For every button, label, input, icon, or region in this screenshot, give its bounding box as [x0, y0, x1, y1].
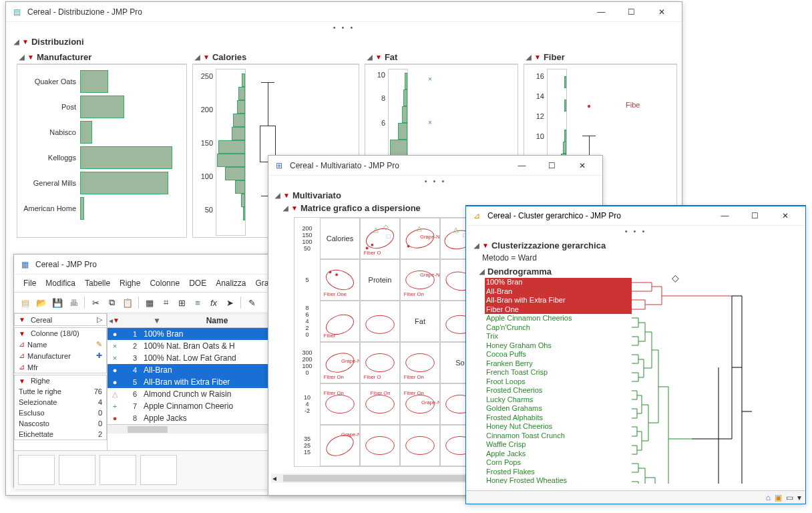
tool-edit-icon[interactable]: ✎	[244, 295, 259, 310]
table-row[interactable]: △6Almond Crunch w Raisin	[108, 388, 270, 400]
thumb-distribution[interactable]	[59, 455, 95, 485]
tool-save-icon[interactable]: 💾	[50, 295, 65, 310]
home-icon[interactable]: ⌂	[766, 493, 771, 502]
dendro-item[interactable]: Cocoa Puffs	[485, 350, 632, 359]
hotspot-icon[interactable]: ▼	[27, 53, 34, 61]
dendro-item[interactable]: Froot Loops	[485, 377, 632, 387]
close-button[interactable]: ✕	[770, 206, 800, 225]
disclosure-icon[interactable]: ◢	[14, 38, 19, 45]
table-row[interactable]: ●5All-Bran with Extra Fiber	[108, 376, 270, 388]
thumb-cluster[interactable]	[99, 455, 136, 485]
hotspot-icon[interactable]: ▼	[113, 317, 121, 324]
thumb-datatable[interactable]	[18, 455, 55, 485]
hotspot-icon[interactable]: ▼	[283, 192, 290, 199]
disclosure-icon[interactable]: ◢	[195, 53, 200, 61]
col-item[interactable]: ⊿Manufacturer✚	[15, 350, 106, 361]
dendro-item[interactable]: All-Bran with Extra Fiber	[485, 296, 632, 305]
hotspot-icon[interactable]: ▼	[375, 53, 382, 61]
dendro-item[interactable]: Honey Frosted Wheaties	[485, 476, 632, 484]
hotspot-icon[interactable]: ▼	[291, 204, 298, 212]
dendro-item[interactable]: Frosted Alphabits	[485, 413, 632, 423]
maximize-button[interactable]: ☐	[616, 3, 646, 21]
dendro-item[interactable]: Corn Pops	[485, 458, 632, 468]
close-button[interactable]: ✕	[567, 156, 597, 175]
menu-file[interactable]: File	[19, 277, 40, 289]
dendro-item[interactable]: Waffle Crisp	[485, 440, 632, 450]
hotspot-icon[interactable]: ▼	[203, 53, 210, 61]
toolbar-options-icon[interactable]: • • •	[6, 22, 682, 33]
dendro-item[interactable]: Apple Cinnamon Cheerios	[485, 314, 632, 323]
tool-print-icon[interactable]: 🖶	[66, 295, 81, 310]
minimize-button[interactable]: —	[507, 156, 537, 175]
panel-cereal[interactable]: ▼Cereal▷	[15, 314, 106, 325]
tool-grid-icon[interactable]: ⊞	[174, 295, 189, 310]
dendro-item[interactable]: French Toast Crisp	[485, 368, 632, 377]
table-row[interactable]: +7Apple Cinnamon Cheerio	[108, 400, 270, 412]
dendro-item[interactable]: Trix	[485, 332, 632, 341]
menu-tabelle[interactable]: Tabelle	[81, 277, 114, 289]
titlebar-distribuzione[interactable]: ▤ Cereal - Distribuzione - JMP Pro — ☐ ✕	[6, 2, 682, 22]
tool-table-icon[interactable]: ▦	[142, 295, 157, 310]
column-header-name[interactable]: Name	[164, 316, 268, 325]
disclosure-icon[interactable]: ◢	[275, 192, 280, 199]
dendro-item[interactable]: Franken Berry	[485, 359, 632, 369]
tool-calc-icon[interactable]: ⌗	[158, 295, 173, 310]
dendro-item[interactable]: Apple Jacks	[485, 450, 632, 459]
titlebar-cluster[interactable]: ⊿ Cereal - Cluster gerarchico - JMP Pro …	[466, 206, 805, 226]
horizontal-scrollbar[interactable]	[108, 424, 270, 434]
tool-new-icon[interactable]: ▤	[18, 295, 33, 310]
export-icon[interactable]: ▣	[775, 493, 782, 502]
toolbar-options-icon[interactable]: • • •	[268, 176, 602, 186]
col-nav-left-icon[interactable]: ◂	[108, 316, 113, 325]
disclosure-icon[interactable]: ◢	[479, 268, 485, 275]
table-row[interactable]: ×2100% Nat. Bran Oats & H	[108, 340, 270, 352]
dendro-item[interactable]: Frosted Cheerios	[485, 386, 632, 395]
col-item[interactable]: ⊿Mfr	[15, 361, 106, 373]
data-grid[interactable]: ◂ ▼ ▼ Name ●1100% Bran×2100% Nat. Bran O…	[108, 313, 270, 450]
section-distribuzioni[interactable]: ◢ ▼ Distribuzioni	[11, 35, 676, 48]
dendro-item[interactable]: Frosted Flakes	[485, 468, 632, 477]
dendro-item[interactable]: Cinnamon Toast Crunch	[485, 432, 632, 441]
expand-icon[interactable]: ▷	[97, 315, 102, 324]
tool-copy-icon[interactable]: ⧉	[104, 295, 119, 310]
titlebar-datatable[interactable]: ▦ Cereal - JMP Pro	[14, 254, 270, 275]
histogram-manufacturer[interactable]: Quaker Oats Post Nabisco Kelloggs Genera…	[17, 64, 187, 238]
menu-colonne[interactable]: Colonne	[146, 277, 184, 289]
dendrogram-labels[interactable]: 100% BranAll-BranAll-Bran with Extra Fib…	[485, 278, 632, 484]
disclosure-icon[interactable]: ◢	[474, 242, 479, 249]
tool-fx-icon[interactable]: fx	[206, 295, 221, 310]
disclosure-icon[interactable]: ◢	[367, 53, 373, 61]
table-row[interactable]: ●8Apple Jacks	[108, 412, 270, 424]
dendro-item[interactable]: Cap'n'Crunch	[485, 323, 632, 333]
thumb-multivariate[interactable]	[140, 455, 177, 485]
tool-open-icon[interactable]: 📂	[34, 295, 49, 310]
minimize-button[interactable]: —	[710, 206, 740, 225]
panel-righe-header[interactable]: ▼Righe	[15, 375, 106, 386]
table-row[interactable]: ×3100% Nat. Low Fat Grand	[108, 352, 270, 364]
dendro-item[interactable]: All-Bran	[485, 287, 632, 297]
table-row[interactable]: ●4All-Bran	[108, 364, 270, 376]
close-button[interactable]: ✕	[646, 3, 676, 21]
tool-cut-icon[interactable]: ✂	[88, 295, 103, 310]
menu-doe[interactable]: DOE	[185, 277, 210, 289]
tool-paste-icon[interactable]: 📋	[120, 295, 135, 310]
dendrogram-tree[interactable]: ◇	[632, 278, 800, 484]
dendro-item[interactable]: 100% Bran	[485, 278, 632, 287]
tool-arrow-icon[interactable]: ➤	[222, 295, 237, 310]
menu-analizza[interactable]: Analizza	[212, 277, 250, 289]
toolbar-options-icon[interactable]: • • •	[466, 226, 805, 236]
dendro-item[interactable]: Fiber One	[485, 305, 632, 315]
disclosure-icon[interactable]: ◢	[283, 204, 288, 212]
titlebar-multivariato[interactable]: ⊞ Cereal - Multivariato - JMP Pro — ☐ ✕	[268, 156, 602, 176]
menu-modifica[interactable]: Modifica	[41, 277, 79, 289]
dendro-item[interactable]: Lucky Charms	[485, 395, 632, 405]
rect-icon[interactable]: ▭	[786, 493, 793, 502]
hotspot-icon[interactable]: ▼	[22, 38, 29, 45]
dendro-item[interactable]: Golden Grahams	[485, 404, 632, 413]
tool-chart-icon[interactable]: ≡	[190, 295, 205, 310]
hotspot-icon[interactable]: ▼	[482, 242, 489, 249]
hotspot-icon[interactable]: ▼	[144, 316, 164, 325]
table-row[interactable]: ●1100% Bran	[108, 328, 270, 340]
panel-colonne-header[interactable]: ▼Colonne (18/0)	[15, 328, 106, 339]
maximize-button[interactable]: ☐	[537, 156, 567, 175]
